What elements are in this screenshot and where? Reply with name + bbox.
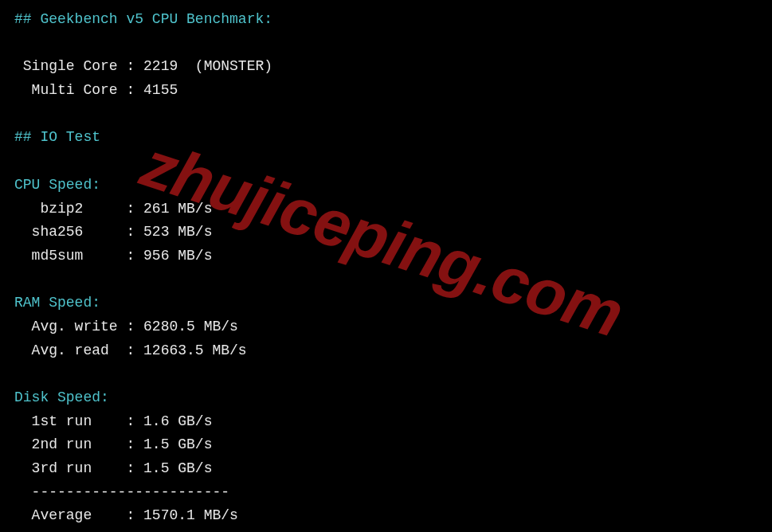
disk-average-value: 1570.1 MB/s — [143, 507, 238, 523]
bzip2-value: 261 MB/s — [143, 201, 212, 217]
ram-write-value: 6280.5 MB/s — [143, 319, 238, 334]
multi-core-label: Multi Core : — [14, 82, 143, 98]
disk-run1-value: 1.6 GB/s — [143, 413, 212, 429]
single-core-value: 2219 (MONSTER) — [143, 58, 272, 74]
md5sum-value: 956 MB/s — [143, 248, 212, 264]
cpu-speed-header: CPU Speed: — [14, 177, 100, 193]
disk-average-label: Average : — [14, 507, 143, 523]
ram-speed-header: RAM Speed: — [14, 295, 100, 311]
ram-read-value: 12663.5 MB/s — [143, 342, 247, 358]
bzip2-label: bzip2 : — [14, 201, 143, 217]
ram-write-label: Avg. write : — [14, 319, 143, 334]
disk-run2-label: 2nd run : — [14, 436, 143, 452]
disk-speed-header: Disk Speed: — [14, 389, 109, 405]
disk-separator: ----------------------- — [14, 484, 229, 500]
sha256-label: sha256 : — [14, 224, 143, 240]
single-core-label: Single Core : — [14, 58, 143, 74]
disk-run2-value: 1.5 GB/s — [143, 436, 212, 452]
terminal-output: ## Geekbench v5 CPU Benchmark: Single Co… — [14, 8, 758, 528]
ram-read-label: Avg. read : — [14, 342, 143, 358]
disk-run1-label: 1st run : — [14, 413, 143, 429]
disk-run3-label: 3rd run : — [14, 460, 143, 476]
disk-run3-value: 1.5 GB/s — [143, 460, 212, 476]
sha256-value: 523 MB/s — [143, 224, 212, 240]
io-test-header: ## IO Test — [14, 129, 100, 145]
geekbench-header: ## Geekbench v5 CPU Benchmark: — [14, 11, 272, 27]
md5sum-label: md5sum : — [14, 248, 143, 264]
multi-core-value: 4155 — [143, 82, 178, 98]
